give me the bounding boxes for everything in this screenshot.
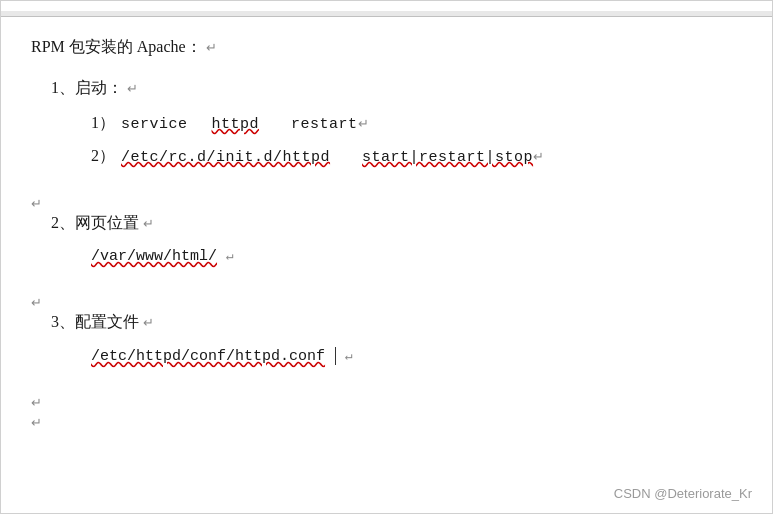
section-webroot: 2、网页位置 ↵ /var/www/html/ ↵ — [31, 209, 742, 271]
webroot-path: /var/www/html/ ↵ — [91, 243, 742, 270]
top-bar — [1, 11, 772, 17]
webroot-path-text: /var/www/html/ — [91, 248, 217, 265]
content-area: RPM 包安装的 Apache： ↵ 1、启动： ↵ 1） service ht… — [1, 25, 772, 438]
cmd-restart-1: restart — [291, 111, 358, 138]
cmd-service: service — [121, 111, 188, 138]
main-title: RPM 包安装的 Apache： ↵ — [31, 33, 742, 62]
sub-item-1: 1） service httpd restart ↵ — [91, 109, 742, 138]
sub1-return: ↵ — [358, 112, 369, 135]
webroot-return: ↵ — [226, 249, 234, 264]
main-title-text: RPM 包安装的 Apache： — [31, 38, 202, 55]
config-path-text: /etc/httpd/conf/httpd.conf — [91, 348, 325, 365]
section-1-return: ↵ — [127, 81, 138, 96]
watermark: CSDN @Deteriorate_Kr — [614, 486, 752, 501]
section-config: 3、配置文件 ↵ /etc/httpd/conf/httpd.conf ↵ — [31, 308, 742, 370]
cmd-httpd-1: httpd — [212, 111, 260, 138]
main-title-return: ↵ — [206, 40, 217, 55]
spacer2 — [267, 109, 283, 138]
section-2-title: 2、网页位置 ↵ — [51, 209, 742, 238]
spacer1 — [196, 109, 204, 138]
blank-line-4: ↵ — [31, 408, 742, 428]
sub-num-1: 1） — [91, 109, 121, 138]
config-return: ↵ — [345, 349, 353, 364]
section-3-title: 3、配置文件 ↵ — [51, 308, 742, 337]
sub-item-2: 2） /etc/rc.d/init.d/httpd start|restart|… — [91, 142, 742, 171]
config-path: /etc/httpd/conf/httpd.conf ↵ — [91, 343, 742, 370]
section-3-return: ↵ — [143, 315, 154, 330]
sub-num-2: 2） — [91, 142, 121, 171]
section-1-title: 1、启动： ↵ — [51, 74, 742, 103]
section-start: 1、启动： ↵ 1） service httpd restart ↵ 2） /e… — [31, 74, 742, 171]
text-cursor — [335, 347, 336, 365]
spacer3 — [338, 142, 354, 171]
blank-line-1: ↵ — [31, 189, 742, 209]
section-2-return: ↵ — [143, 216, 154, 231]
sub2-return: ↵ — [533, 145, 544, 168]
page-container: RPM 包安装的 Apache： ↵ 1、启动： ↵ 1） service ht… — [0, 0, 773, 514]
blank-line-3: ↵ — [31, 388, 742, 408]
blank-line-2: ↵ — [31, 288, 742, 308]
cmd-start-restart-stop: start|restart|stop — [362, 144, 533, 171]
cmd-rc-path: /etc/rc.d/init.d/httpd — [121, 144, 330, 171]
